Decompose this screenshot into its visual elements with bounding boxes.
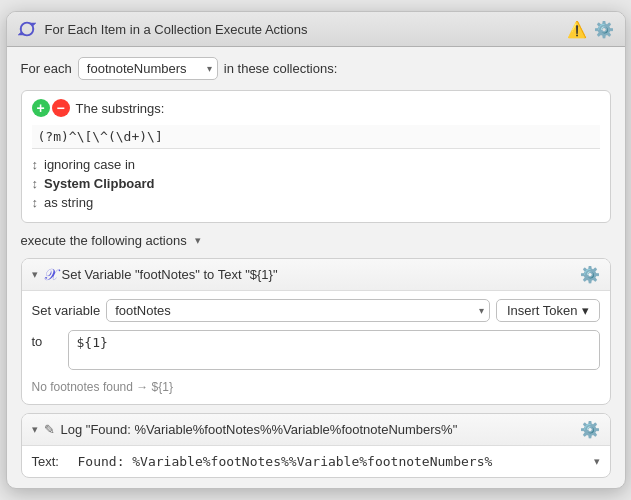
substrings-label: The substrings: bbox=[76, 101, 165, 116]
set-variable-chevron[interactable]: ▾ bbox=[32, 268, 38, 281]
cycle-icon-3[interactable]: ↕ bbox=[32, 195, 39, 210]
for-each-label: For each bbox=[21, 61, 72, 76]
substrings-header: + − The substrings: bbox=[32, 99, 600, 117]
log-text-chevron[interactable]: ▾ bbox=[594, 455, 600, 468]
keystroke-icon: 𝒳 bbox=[44, 266, 56, 284]
set-variable-label: Set variable bbox=[32, 303, 101, 318]
cycle-icon-2[interactable]: ↕ bbox=[32, 176, 39, 191]
execute-row: execute the following actions ▾ bbox=[21, 233, 611, 248]
main-window: For Each Item in a Collection Execute Ac… bbox=[6, 11, 626, 489]
option-row-1: ↕ ignoring case in bbox=[32, 157, 600, 172]
title-bar-actions: ⚠️ ⚙️ bbox=[567, 18, 615, 40]
to-input[interactable]: ${1} bbox=[68, 330, 600, 370]
window-title: For Each Item in a Collection Execute Ac… bbox=[45, 22, 559, 37]
to-label: to bbox=[32, 330, 62, 349]
window-gear-button[interactable]: ⚙️ bbox=[593, 18, 615, 40]
set-variable-card: ▾ 𝒳 Set Variable "footNotes" to Text "${… bbox=[21, 258, 611, 405]
set-variable-header: ▾ 𝒳 Set Variable "footNotes" to Text "${… bbox=[22, 259, 610, 291]
add-button[interactable]: + bbox=[32, 99, 50, 117]
insert-token-label: Insert Token bbox=[507, 303, 578, 318]
collection-dropdown-wrapper: footnoteNumbers ▾ bbox=[78, 57, 218, 80]
log-gear[interactable]: ⚙️ bbox=[580, 420, 600, 439]
regex-input[interactable] bbox=[32, 125, 600, 149]
title-bar: For Each Item in a Collection Execute Ac… bbox=[7, 12, 625, 47]
log-card-body: Text: Found: %Variable%footNotes%%Variab… bbox=[22, 446, 610, 477]
insert-token-chevron: ▾ bbox=[582, 303, 589, 318]
to-row: to ${1} bbox=[32, 330, 600, 370]
option-row-3: ↕ as string bbox=[32, 195, 600, 210]
loop-icon bbox=[17, 19, 37, 39]
log-card-header: ▾ ✎ Log "Found: %Variable%footNotes%%Var… bbox=[22, 414, 610, 446]
execute-chevron[interactable]: ▾ bbox=[195, 234, 201, 247]
variable-select[interactable]: footNotes bbox=[106, 299, 490, 322]
cycle-icon-1[interactable]: ↕ bbox=[32, 157, 39, 172]
log-chevron-expand[interactable]: ▾ bbox=[32, 423, 38, 436]
set-variable-body: Set variable footNotes ▾ Insert Token ▾ … bbox=[22, 291, 610, 404]
warning-icon: ⚠️ bbox=[567, 19, 587, 39]
remove-button[interactable]: − bbox=[52, 99, 70, 117]
option-label-2: System Clipboard bbox=[44, 176, 155, 191]
log-card: ▾ ✎ Log "Found: %Variable%footNotes%%Var… bbox=[21, 413, 611, 478]
log-text-value: Found: %Variable%footNotes%%Variable%foo… bbox=[78, 454, 588, 469]
set-variable-gear[interactable]: ⚙️ bbox=[580, 265, 600, 284]
set-variable-title: Set Variable "footNotes" to Text "${1}" bbox=[62, 267, 574, 282]
log-icon: ✎ bbox=[44, 422, 55, 437]
add-remove-buttons: + − bbox=[32, 99, 70, 117]
option-label-3: as string bbox=[44, 195, 93, 210]
option-row-2: ↕ System Clipboard bbox=[32, 176, 600, 191]
variable-row: Set variable footNotes ▾ Insert Token ▾ bbox=[32, 299, 600, 322]
collection-dropdown[interactable]: footnoteNumbers bbox=[78, 57, 218, 80]
preview-text: No footnotes found → ${1} bbox=[32, 378, 600, 396]
variable-select-wrapper: footNotes ▾ bbox=[106, 299, 490, 322]
log-card-title: Log "Found: %Variable%footNotes%%Variabl… bbox=[61, 422, 574, 437]
insert-token-button[interactable]: Insert Token ▾ bbox=[496, 299, 600, 322]
execute-label: execute the following actions bbox=[21, 233, 187, 248]
for-each-row: For each footnoteNumbers ▾ in these coll… bbox=[21, 57, 611, 80]
content-area: For each footnoteNumbers ▾ in these coll… bbox=[7, 47, 625, 488]
in-these-label: in these collections: bbox=[224, 61, 337, 76]
substrings-section: + − The substrings: ↕ ignoring case in ↕… bbox=[21, 90, 611, 223]
log-text-label: Text: bbox=[32, 454, 72, 469]
option-label-1: ignoring case in bbox=[44, 157, 135, 172]
